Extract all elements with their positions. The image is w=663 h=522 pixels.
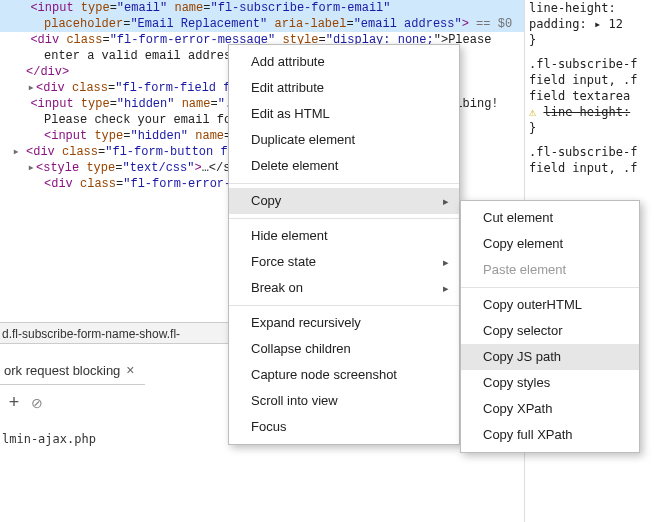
menu-hide-element[interactable]: Hide element [229,223,459,249]
menu-separator [229,218,459,219]
selected-dom-node[interactable]: <input type="email" name="fl-subscribe-f… [0,0,524,32]
menu-add-attribute[interactable]: Add attribute [229,49,459,75]
menu-copy-js-path[interactable]: Copy JS path [461,344,639,370]
menu-break-on-submenu[interactable]: Break on [229,275,459,301]
menu-separator [229,305,459,306]
context-menu-copy-submenu: Cut element Copy element Paste element C… [460,200,640,453]
tab-request-blocking[interactable]: ork request blocking× [0,356,145,385]
menu-expand-recursively[interactable]: Expand recursively [229,310,459,336]
add-pattern-button[interactable]: + [0,392,28,413]
context-menu-primary: Add attribute Edit attribute Edit as HTM… [228,44,460,445]
selected-node-ref: == $0 [469,17,512,31]
menu-paste-element: Paste element [461,257,639,283]
clear-patterns-button[interactable]: ⊘ [31,395,51,411]
menu-separator [461,287,639,288]
close-icon[interactable]: × [126,362,134,378]
menu-scroll-into-view[interactable]: Scroll into view [229,388,459,414]
tag-input: <input [30,1,73,15]
menu-focus[interactable]: Focus [229,414,459,440]
expand-arrow-icon[interactable]: ▸ [26,80,36,96]
menu-edit-attribute[interactable]: Edit attribute [229,75,459,101]
menu-cut-element[interactable]: Cut element [461,205,639,231]
menu-separator [229,183,459,184]
expand-arrow-icon[interactable]: ▸ [26,160,36,176]
menu-copy-xpath[interactable]: Copy XPath [461,396,639,422]
menu-copy-selector[interactable]: Copy selector [461,318,639,344]
menu-force-state-submenu[interactable]: Force state [229,249,459,275]
menu-copy-submenu[interactable]: Copy [229,188,459,214]
menu-collapse-children[interactable]: Collapse children [229,336,459,362]
menu-edit-as-html[interactable]: Edit as HTML [229,101,459,127]
menu-copy-element[interactable]: Copy element [461,231,639,257]
expand-arrow-icon[interactable]: ▸ [16,144,26,160]
menu-copy-styles[interactable]: Copy styles [461,370,639,396]
menu-copy-full-xpath[interactable]: Copy full XPath [461,422,639,448]
blocked-request-item[interactable]: lmin-ajax.php [0,432,96,446]
menu-copy-outerhtml[interactable]: Copy outerHTML [461,292,639,318]
menu-delete-element[interactable]: Delete element [229,153,459,179]
warning-icon: ⚠ [529,105,536,119]
menu-capture-screenshot[interactable]: Capture node screenshot [229,362,459,388]
menu-duplicate-element[interactable]: Duplicate element [229,127,459,153]
